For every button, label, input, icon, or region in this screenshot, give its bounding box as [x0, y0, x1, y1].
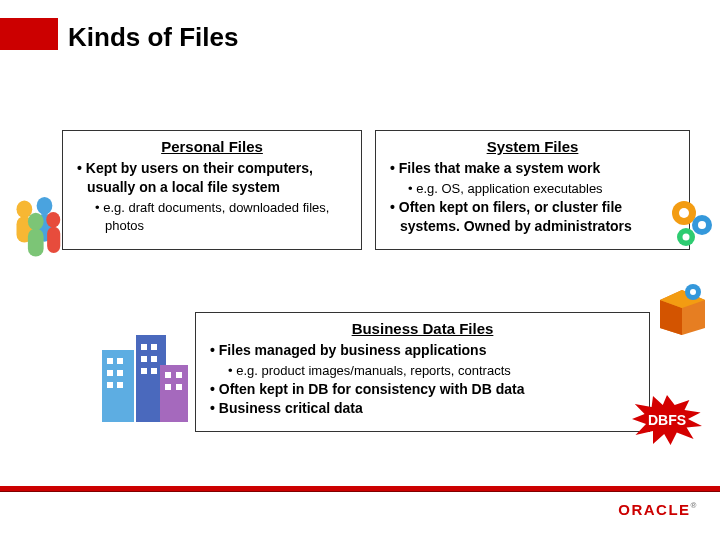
- svg-point-13: [683, 234, 690, 241]
- svg-rect-23: [117, 358, 123, 364]
- svg-point-9: [679, 208, 689, 218]
- buildings-icon: [100, 330, 190, 425]
- sub-bullet: e.g. product images/manuals, reports, co…: [228, 362, 639, 380]
- card-business-files: Business Data Files Files managed by bus…: [195, 312, 650, 432]
- bullet: Files managed by business applications: [210, 341, 639, 360]
- oracle-logo: ORACLE®: [618, 501, 698, 518]
- svg-rect-34: [165, 372, 171, 378]
- svg-rect-22: [107, 358, 113, 364]
- svg-rect-25: [117, 370, 123, 376]
- svg-rect-29: [151, 344, 157, 350]
- sub-bullet: e.g. draft documents, downloaded files, …: [95, 199, 351, 234]
- svg-rect-21: [160, 365, 188, 422]
- software-box-icon: [655, 280, 710, 335]
- badge-label: DBFS: [632, 395, 702, 445]
- starburst-badge: DBFS: [632, 395, 702, 445]
- card-personal-files: Personal Files Kept by users on their co…: [62, 130, 362, 250]
- card-heading: Business Data Files: [206, 319, 639, 339]
- accent-block: [0, 18, 58, 50]
- svg-rect-26: [107, 382, 113, 388]
- bullet: Kept by users on their computers, usuall…: [77, 159, 351, 197]
- bullet: Business critical data: [210, 399, 639, 418]
- svg-rect-27: [117, 382, 123, 388]
- svg-rect-24: [107, 370, 113, 376]
- svg-rect-5: [28, 229, 44, 257]
- svg-point-4: [28, 213, 44, 231]
- bullet: Often kept on filers, or cluster file sy…: [390, 198, 679, 236]
- svg-rect-32: [141, 368, 147, 374]
- svg-rect-33: [151, 368, 157, 374]
- slide-title: Kinds of Files: [68, 22, 238, 53]
- svg-rect-35: [176, 372, 182, 378]
- logo-text: ORACLE: [618, 501, 690, 518]
- svg-point-0: [17, 201, 33, 219]
- svg-point-11: [698, 221, 706, 229]
- svg-rect-36: [165, 384, 171, 390]
- svg-point-2: [37, 197, 53, 215]
- svg-rect-37: [176, 384, 182, 390]
- gears-icon: [666, 195, 716, 250]
- bullet: Often kept in DB for consistency with DB…: [210, 380, 639, 399]
- card-system-files: System Files Files that make a system wo…: [375, 130, 690, 250]
- svg-rect-31: [151, 356, 157, 362]
- footer-accent-bar: [0, 486, 720, 492]
- card-heading: Personal Files: [73, 137, 351, 157]
- bullet: Files that make a system work: [390, 159, 679, 178]
- svg-point-18: [690, 289, 696, 295]
- svg-point-6: [46, 212, 60, 228]
- card-heading: System Files: [386, 137, 679, 157]
- sub-bullet: e.g. OS, application executables: [408, 180, 679, 198]
- svg-rect-28: [141, 344, 147, 350]
- people-icon: [10, 190, 65, 260]
- svg-rect-7: [47, 227, 60, 253]
- svg-rect-30: [141, 356, 147, 362]
